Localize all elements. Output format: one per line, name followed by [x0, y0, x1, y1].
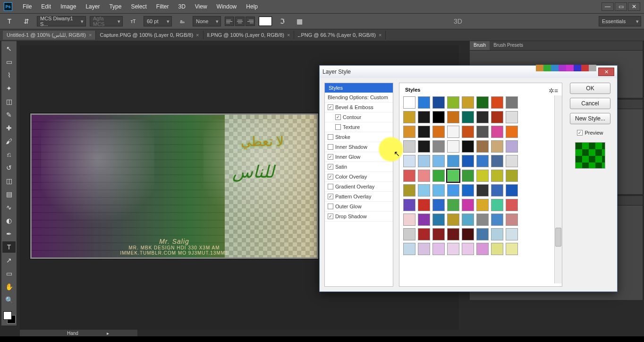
effect-pattern-overlay[interactable]: ✓Pattern Overlay: [325, 192, 393, 202]
move-tool[interactable]: ↖: [2, 43, 16, 54]
font-family-dropdown[interactable]: MCS Diwany1 S...: [37, 16, 86, 26]
align-left-button[interactable]: [225, 17, 234, 26]
effect-checkbox[interactable]: ✓: [328, 104, 333, 110]
stamp-tool[interactable]: ⎌: [2, 149, 16, 160]
menu-view[interactable]: View: [190, 3, 212, 10]
doc-tab-1[interactable]: Capture.PNG @ 100% (Layer 0, RGB/8)×: [96, 31, 203, 39]
lasso-tool[interactable]: ⌇: [2, 69, 16, 81]
style-swatch-25[interactable]: [418, 140, 430, 153]
effect-gradient-overlay[interactable]: Gradient Overlay: [325, 182, 393, 192]
style-swatch-11[interactable]: [447, 111, 459, 123]
style-swatch-42[interactable]: [432, 170, 445, 182]
tab-brush[interactable]: Brush: [470, 41, 490, 50]
style-swatch-82[interactable]: [432, 243, 445, 255]
effect-drop-shadow[interactable]: ✓Drop Shadow: [325, 212, 393, 222]
style-swatch-19[interactable]: [447, 126, 459, 138]
effect-inner-shadow[interactable]: Inner Shadow: [325, 142, 393, 152]
gradient-tool[interactable]: ▤: [2, 188, 16, 200]
style-swatch-50[interactable]: [432, 184, 445, 197]
minimize-button[interactable]: —: [602, 2, 614, 11]
palette-chip[interactable]: [551, 65, 559, 71]
marquee-tool[interactable]: ▭: [2, 56, 16, 68]
effect-satin[interactable]: ✓Satin: [325, 162, 393, 172]
close-tab-icon[interactable]: ×: [379, 32, 381, 38]
effect-checkbox[interactable]: ✓: [328, 194, 333, 199]
effect-checkbox[interactable]: ✓: [328, 164, 333, 170]
style-swatch-28[interactable]: [462, 140, 474, 153]
style-swatch-31[interactable]: [506, 140, 518, 153]
menu-help[interactable]: Help: [241, 3, 263, 10]
style-swatch-13[interactable]: [476, 111, 489, 123]
font-size-dropdown[interactable]: 60 pt: [144, 16, 172, 26]
eyedropper-tool[interactable]: ✎: [2, 109, 16, 120]
doc-tab-0[interactable]: Untitled-1 @ 100% (للناس, RGB/8)×: [3, 31, 96, 40]
style-swatch-43[interactable]: [447, 170, 459, 182]
antialias-dropdown[interactable]: None: [193, 16, 221, 26]
effects-header[interactable]: Styles: [325, 83, 393, 93]
dialog-close-button[interactable]: ✕: [598, 68, 614, 76]
blending-options-row[interactable]: Blending Options: Custom: [325, 93, 393, 103]
heal-tool[interactable]: ✚: [2, 122, 16, 134]
style-swatch-22[interactable]: [491, 126, 503, 138]
maximize-button[interactable]: ▭: [615, 2, 627, 11]
style-swatch-65[interactable]: [418, 214, 430, 226]
close-window-button[interactable]: ✕: [628, 2, 640, 11]
style-swatch-12[interactable]: [462, 111, 474, 123]
style-swatch-64[interactable]: [403, 214, 415, 226]
style-swatch-35[interactable]: [447, 155, 459, 167]
style-swatch-73[interactable]: [418, 228, 430, 240]
style-swatch-3[interactable]: [447, 96, 459, 109]
style-swatch-58[interactable]: [432, 199, 445, 211]
artwork-canvas[interactable]: لا تعطي للناس Mr. Salig MR. MBK DESIGN H…: [30, 113, 318, 259]
style-swatch-9[interactable]: [418, 111, 430, 123]
menu-select[interactable]: Select: [126, 3, 151, 10]
style-swatch-15[interactable]: [506, 111, 518, 123]
style-swatch-87[interactable]: [506, 243, 518, 255]
effect-checkbox[interactable]: [335, 124, 341, 130]
effect-checkbox[interactable]: ✓: [328, 154, 333, 160]
style-swatch-68[interactable]: [462, 214, 474, 226]
style-swatch-46[interactable]: [491, 170, 503, 182]
style-swatch-37[interactable]: [476, 155, 489, 167]
align-center-button[interactable]: [235, 17, 245, 26]
eraser-tool[interactable]: ◫: [2, 175, 16, 187]
style-swatch-76[interactable]: [462, 228, 474, 240]
style-swatch-49[interactable]: [418, 184, 430, 197]
style-swatch-40[interactable]: [403, 170, 415, 182]
style-swatch-70[interactable]: [491, 214, 503, 226]
style-swatch-56[interactable]: [403, 199, 415, 211]
path-tool[interactable]: ↗: [2, 255, 16, 266]
style-swatch-34[interactable]: [432, 155, 445, 167]
doc-tab-3[interactable]: ـ.PNG @ 66.7% (Layer 0, RGB/8)×: [294, 31, 386, 40]
menu-3d[interactable]: 3D: [173, 3, 190, 10]
brush-tool[interactable]: 🖌: [2, 136, 16, 147]
style-swatch-26[interactable]: [432, 140, 445, 153]
style-swatch-61[interactable]: [476, 199, 489, 211]
style-swatch-62[interactable]: [491, 199, 503, 211]
style-swatch-16[interactable]: [403, 126, 415, 138]
preview-checkbox[interactable]: ✓: [577, 130, 583, 136]
style-swatch-63[interactable]: [506, 199, 518, 211]
close-tab-icon[interactable]: ×: [196, 32, 199, 38]
style-swatch-0[interactable]: [403, 96, 415, 109]
effect-checkbox[interactable]: ✓: [328, 214, 333, 219]
style-swatch-72[interactable]: [403, 228, 415, 240]
palette-chip[interactable]: [559, 65, 566, 71]
style-swatch-39[interactable]: [506, 155, 518, 167]
crop-tool[interactable]: ◫: [2, 96, 16, 107]
styles-menu-icon[interactable]: ✲≡: [549, 87, 558, 94]
effect-color-overlay[interactable]: ✓Color Overlay: [325, 172, 393, 182]
workspace-dropdown[interactable]: Essentials: [599, 16, 641, 26]
foreground-background-colors[interactable]: [2, 310, 16, 324]
foreground-color-swatch[interactable]: [3, 311, 12, 320]
tab-brush-presets[interactable]: Brush Presets: [490, 41, 527, 50]
style-swatch-55[interactable]: [506, 184, 518, 197]
font-style-dropdown[interactable]: Agfa MCS: [90, 16, 123, 26]
effect-checkbox[interactable]: [328, 184, 333, 189]
style-swatch-5[interactable]: [476, 96, 489, 109]
palette-chip[interactable]: [566, 65, 574, 71]
type-tool[interactable]: T: [2, 241, 16, 253]
style-swatch-84[interactable]: [462, 243, 474, 255]
style-swatch-57[interactable]: [418, 199, 430, 211]
text-color-swatch[interactable]: [259, 17, 272, 26]
